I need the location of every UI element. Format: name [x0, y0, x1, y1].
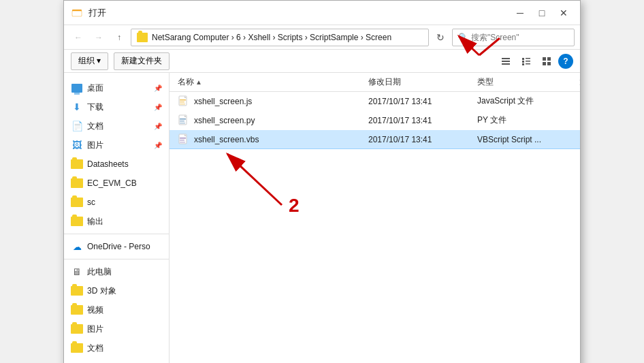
search-input[interactable]	[471, 33, 568, 42]
window-controls: ─ □ ✕	[511, 5, 573, 21]
sidebar-item-videos[interactable]: 视频	[64, 300, 169, 319]
svg-rect-7	[522, 61, 524, 63]
forward-button[interactable]: →	[90, 29, 108, 46]
minimize-button[interactable]: ─	[511, 5, 530, 21]
pin-icon: 📌	[154, 123, 162, 130]
svg-rect-11	[543, 57, 546, 61]
svg-rect-8	[526, 61, 530, 62]
svg-rect-2	[502, 58, 510, 59]
file-cell-type: VBScript Script ...	[474, 135, 577, 144]
folder-icon	[71, 304, 83, 315]
back-button[interactable]: ←	[69, 29, 87, 46]
help-button[interactable]: ?	[558, 54, 573, 69]
sidebar-item-3d-objects[interactable]: 3D 对象	[64, 281, 169, 300]
folder-icon	[71, 159, 83, 170]
sidebar-item-datasheets[interactable]: Datasheets	[64, 155, 169, 174]
list-view-icon	[500, 56, 511, 67]
desktop-icon	[71, 82, 83, 93]
file-cell-date: 2017/10/17 13:41	[366, 116, 474, 125]
col-header-date[interactable]: 修改日期	[366, 76, 474, 88]
svg-rect-9	[522, 63, 524, 65]
view-tiles-button[interactable]	[538, 52, 556, 70]
sidebar-item-label: OneDrive - Perso	[87, 242, 150, 251]
sidebar-item-documents[interactable]: 📄 文档 📌	[64, 116, 169, 136]
col-header-size[interactable]: 大小	[577, 76, 580, 88]
svg-rect-19	[180, 104, 185, 105]
title-bar: 打开 ─ □ ✕	[64, 1, 580, 25]
file-cell-size: 1 KB	[577, 135, 580, 144]
file-type-icon	[178, 95, 190, 108]
breadcrumb-bar[interactable]: NetSarang Computer › 6 › Xshell › Script…	[131, 29, 429, 46]
file-type-icon	[178, 133, 190, 146]
file-cell-name: xshell_screen.py	[175, 114, 366, 127]
sidebar-item-label: 输出	[87, 216, 103, 227]
cloud-icon: ☁	[71, 241, 83, 252]
svg-rect-6	[526, 58, 530, 59]
sidebar-item-ec-evm-cb[interactable]: EC_EVM_CB	[64, 174, 169, 193]
download-icon: ⬇	[71, 101, 83, 112]
svg-rect-17	[180, 99, 186, 101]
sidebar-item-label: 图片	[87, 323, 103, 335]
svg-rect-22	[180, 119, 186, 120]
sidebar-item-sc[interactable]: sc	[64, 193, 169, 212]
sidebar-item-pictures[interactable]: 🖼 图片 📌	[64, 136, 169, 155]
svg-rect-14	[547, 62, 551, 65]
svg-rect-12	[547, 57, 551, 61]
tiles-view-icon	[541, 56, 552, 67]
sidebar-item-downloads[interactable]: ⬇ 下载 📌	[64, 97, 169, 116]
svg-rect-29	[180, 142, 185, 143]
close-button[interactable]: ✕	[554, 5, 573, 21]
details-view-icon	[521, 56, 532, 67]
sidebar-item-this-pc[interactable]: 🖥 此电脑	[64, 262, 169, 281]
col-header-type[interactable]: 类型	[474, 76, 577, 88]
view-list-button[interactable]	[497, 52, 515, 70]
svg-rect-13	[543, 62, 546, 65]
sidebar: 桌面 📌 ⬇ 下载 📌 📄 文档 📌 🖼	[64, 73, 170, 363]
sidebar-item-pictures2[interactable]: 图片	[64, 319, 169, 338]
breadcrumb-folder-icon	[137, 33, 148, 42]
sidebar-item-output[interactable]: 输出	[64, 212, 169, 231]
computer-icon: 🖥	[71, 266, 83, 277]
file-cell-name: xshell_screen.js	[175, 95, 366, 108]
table-row[interactable]: xshell_screen.vbs 2017/10/17 13:41 VBScr…	[170, 130, 580, 149]
pin-icon: 📌	[154, 104, 162, 111]
refresh-button[interactable]: ↻	[432, 29, 449, 46]
svg-rect-3	[502, 61, 510, 62]
sidebar-item-documents2[interactable]: 文档	[64, 338, 169, 358]
view-controls: ?	[497, 52, 573, 70]
pin-icon: 📌	[154, 142, 162, 149]
sidebar-item-label: sc	[87, 198, 95, 207]
view-details-button[interactable]	[517, 52, 535, 70]
file-list-header: 名称 ▲ 修改日期 类型 大小	[170, 73, 580, 92]
svg-rect-1	[72, 11, 82, 16]
table-row[interactable]: xshell_screen.js 2017/10/17 13:41 JavaSc…	[170, 92, 580, 111]
pictures-icon: 🖼	[71, 140, 83, 151]
svg-rect-28	[180, 140, 184, 141]
svg-rect-10	[526, 63, 530, 65]
folder-icon	[71, 285, 83, 296]
new-folder-button[interactable]: 新建文件夹	[114, 52, 170, 70]
sidebar-item-desktop[interactable]: 桌面 📌	[64, 78, 169, 97]
search-box[interactable]: 🔍	[452, 29, 575, 46]
table-row[interactable]: xshell_screen.py 2017/10/17 13:41 PY 文件 …	[170, 111, 580, 130]
svg-rect-24	[180, 123, 185, 124]
organize-button[interactable]: 组织 ▾	[71, 52, 108, 70]
col-header-name[interactable]: 名称 ▲	[175, 76, 366, 88]
up-button[interactable]: ↑	[110, 29, 128, 46]
pin-icon: 📌	[154, 84, 162, 92]
file-list: xshell_screen.js 2017/10/17 13:41 JavaSc…	[170, 92, 580, 363]
sidebar-item-label: 下载	[87, 101, 103, 113]
maximize-button[interactable]: □	[532, 5, 551, 21]
sort-arrow-icon: ▲	[195, 78, 202, 86]
document-icon: 📄	[71, 121, 83, 131]
address-toolbar: ← → ↑ NetSarang Computer › 6 › Xshell › …	[64, 25, 580, 50]
folder-icon	[71, 343, 83, 353]
svg-rect-23	[180, 121, 184, 122]
breadcrumb-text: NetSarang Computer › 6 › Xshell › Script…	[152, 33, 391, 42]
window-title: 打开	[88, 7, 511, 19]
sidebar-item-onedrive[interactable]: ☁ OneDrive - Perso	[64, 237, 169, 256]
svg-rect-27	[180, 138, 186, 139]
file-type-icon	[178, 114, 190, 127]
folder-icon	[71, 178, 83, 189]
file-cell-date: 2017/10/17 13:41	[366, 97, 474, 106]
